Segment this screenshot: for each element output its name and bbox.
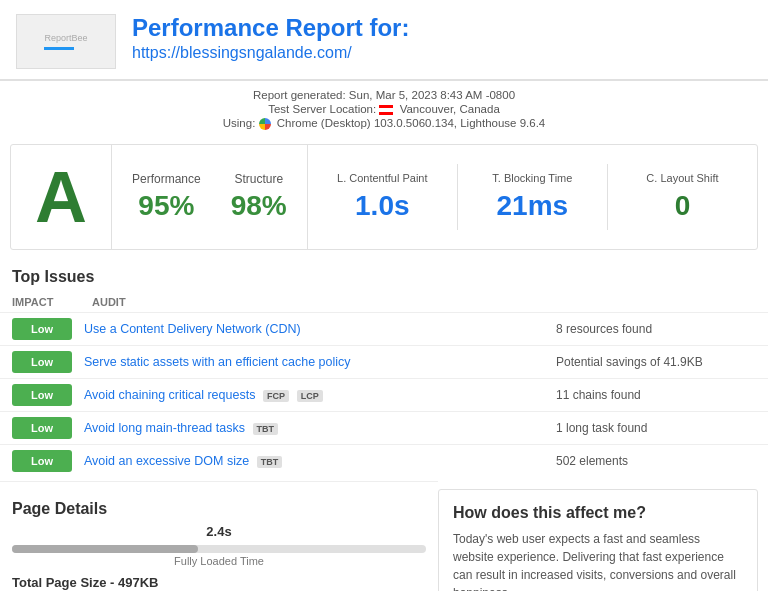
bottom-section: Page Details 2.4s Fully Loaded Time Tota… [0, 481, 768, 591]
metric-cls: C. Layout Shift 0 [608, 164, 757, 230]
impact-badge: Low [12, 450, 72, 472]
issue-link[interactable]: Avoid chaining critical requests [84, 388, 255, 402]
performance-label: Performance [132, 172, 201, 186]
metric-tbt: T. Blocking Time 21ms [458, 164, 608, 230]
logo-bar [44, 47, 74, 50]
tag-tbt: TBT [253, 423, 279, 435]
top-issues-section: Top Issues IMPACT AUDIT Low Use a Conten… [0, 258, 768, 477]
load-time-bar [12, 545, 426, 553]
metrics-section: L. Contentful Paint 1.0s T. Blocking Tim… [308, 145, 757, 249]
meta-using: Using: Chrome (Desktop) 103.0.5060.134, … [0, 117, 768, 130]
chrome-icon [259, 118, 271, 130]
load-time-value: 2.4s [12, 524, 426, 539]
how-affects-panel: How does this affect me? Today's web use… [438, 489, 758, 591]
issue-row: Low Use a Content Delivery Network (CDN)… [0, 312, 768, 345]
how-affects-title: How does this affect me? [453, 504, 743, 522]
structure-label: Structure [231, 172, 287, 186]
issue-row: Low Avoid an excessive DOM size TBT 502 … [0, 444, 768, 477]
col-detail-header [556, 296, 756, 308]
issue-audit: Avoid long main-thread tasks TBT [84, 420, 556, 435]
grade-letter: A [35, 161, 87, 233]
scores-section: A Performance 95% Structure 98% L. Conte… [10, 144, 758, 250]
issue-detail: Potential savings of 41.9KB [556, 355, 756, 369]
report-meta: Report generated: Sun, Mar 5, 2023 8:43 … [0, 80, 768, 136]
meta-server: Test Server Location: Vancouver, Canada [0, 103, 768, 115]
col-impact-header: IMPACT [12, 296, 92, 308]
issue-audit: Avoid an excessive DOM size TBT [84, 453, 556, 468]
top-issues-title: Top Issues [0, 258, 768, 292]
metric-lcp: L. Contentful Paint 1.0s [308, 164, 458, 230]
impact-badge: Low [12, 351, 72, 373]
issue-row: Low Avoid chaining critical requests FCP… [0, 378, 768, 411]
page-wrapper: ReportBee Performance Report for: https:… [0, 0, 768, 591]
logo-text: ReportBee [44, 33, 87, 43]
report-title: Performance Report for: [132, 14, 752, 42]
header: ReportBee Performance Report for: https:… [0, 0, 768, 80]
issue-link[interactable]: Avoid long main-thread tasks [84, 421, 245, 435]
total-page-label: Total Page Size - 497KB [12, 575, 426, 590]
performance-value: 95% [132, 190, 201, 222]
issue-detail: 1 long task found [556, 421, 756, 435]
issue-link[interactable]: Serve static assets with an efficient ca… [84, 355, 351, 369]
metric-tbt-label: T. Blocking Time [468, 172, 597, 184]
load-time-fill [12, 545, 198, 553]
issue-link[interactable]: Avoid an excessive DOM size [84, 454, 249, 468]
issue-link[interactable]: Use a Content Delivery Network (CDN) [84, 322, 301, 336]
report-url[interactable]: https://blessingsngalande.com/ [132, 44, 752, 62]
issue-detail: 502 elements [556, 454, 756, 468]
impact-badge: Low [12, 318, 72, 340]
flag-icon [379, 105, 393, 115]
tag-tbt2: TBT [257, 456, 283, 468]
metric-tbt-value: 21ms [468, 190, 597, 222]
tag-lcp: LCP [297, 390, 323, 402]
metric-cls-value: 0 [618, 190, 747, 222]
load-time-label: Fully Loaded Time [12, 555, 426, 567]
logo: ReportBee [16, 14, 116, 69]
issue-row: Low Serve static assets with an efficien… [0, 345, 768, 378]
issue-detail: 11 chains found [556, 388, 756, 402]
issue-row: Low Avoid long main-thread tasks TBT 1 l… [0, 411, 768, 444]
scores-middle: Performance 95% Structure 98% [112, 145, 308, 249]
page-details-title: Page Details [12, 490, 426, 524]
tag-fcp: FCP [263, 390, 289, 402]
issue-detail: 8 resources found [556, 322, 756, 336]
meta-generated: Report generated: Sun, Mar 5, 2023 8:43 … [0, 89, 768, 101]
issues-header: IMPACT AUDIT [0, 292, 768, 312]
structure-value: 98% [231, 190, 287, 222]
structure-score: Structure 98% [231, 172, 287, 222]
page-details: Page Details 2.4s Fully Loaded Time Tota… [0, 481, 438, 591]
issue-audit: Avoid chaining critical requests FCP LCP [84, 387, 556, 402]
header-title: Performance Report for: https://blessing… [132, 14, 752, 62]
issue-audit: Use a Content Delivery Network (CDN) [84, 321, 556, 336]
performance-score: Performance 95% [132, 172, 201, 222]
impact-badge: Low [12, 417, 72, 439]
metric-cls-label: C. Layout Shift [618, 172, 747, 184]
grade-box: A [11, 145, 112, 249]
metric-lcp-value: 1.0s [318, 190, 447, 222]
how-affects-para1: Today's web user expects a fast and seam… [453, 530, 743, 591]
col-audit-header: AUDIT [92, 296, 556, 308]
impact-badge: Low [12, 384, 72, 406]
metric-lcp-label: L. Contentful Paint [318, 172, 447, 184]
issue-audit: Serve static assets with an efficient ca… [84, 354, 556, 369]
